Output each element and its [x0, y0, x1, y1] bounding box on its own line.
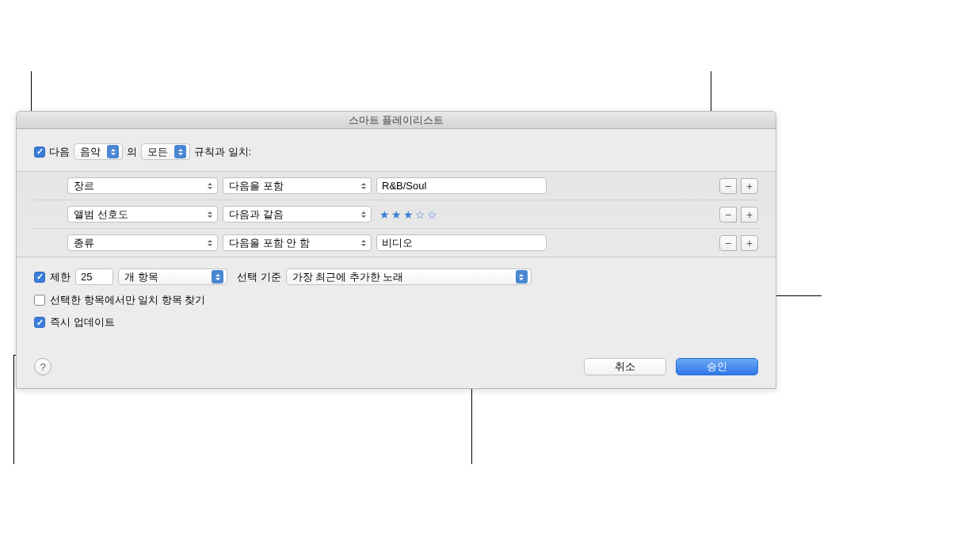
rule-operator-value: 다음과 같음 — [229, 207, 284, 222]
select-by-value: 가장 최근에 추가한 노래 — [292, 270, 404, 284]
match-mode-popup[interactable]: 모든 — [141, 143, 190, 160]
only-checked-label: 선택한 항목에서만 일치 항목 찾기 — [50, 293, 205, 307]
chevron-updown-icon — [174, 145, 186, 158]
match-mode-value: 모든 — [147, 145, 168, 159]
star-icon: ★ — [379, 208, 390, 221]
add-rule-button[interactable]: + — [741, 235, 758, 251]
only-checked-checkbox[interactable] — [34, 295, 45, 306]
media-type-popup[interactable]: 음악 — [74, 143, 123, 160]
star-icon: ★ — [403, 208, 414, 221]
add-rule-button[interactable]: + — [741, 207, 758, 223]
rule-value-input[interactable] — [376, 234, 547, 251]
rule-rating-stars[interactable]: ★ ★ ★ ☆ ☆ — [376, 208, 547, 221]
remove-rule-button[interactable]: − — [719, 207, 737, 223]
chevron-updown-icon — [357, 207, 369, 221]
star-outline-icon: ☆ — [415, 208, 425, 221]
live-update-label: 즉시 업데이트 — [50, 315, 115, 329]
match-prefix-label: 다음 — [49, 145, 70, 159]
rule-value-input[interactable] — [376, 177, 547, 194]
rule-field-popup[interactable]: 종류 — [67, 234, 218, 251]
dialog-title: 스마트 플레이리스트 — [349, 113, 444, 128]
chevron-updown-icon — [357, 179, 369, 192]
rule-row: 종류 다음을 포함 안 함 − + — [34, 229, 758, 257]
match-suffix-label: 규칙과 일치: — [194, 145, 251, 159]
rule-operator-popup[interactable]: 다음과 같음 — [223, 206, 372, 223]
rules-list: 장르 다음을 포함 − + 앨범 선호도 — [17, 171, 776, 257]
callout-line — [13, 355, 14, 464]
rule-field-value: 종류 — [74, 236, 94, 250]
limit-value-input[interactable] — [75, 268, 113, 285]
smart-playlist-dialog: 스마트 플레이리스트 다음 음악 의 모든 규칙과 일치: — [16, 111, 776, 389]
ok-button[interactable]: 승인 — [676, 358, 758, 375]
star-outline-icon: ☆ — [427, 208, 437, 221]
dialog-content: 다음 음악 의 모든 규칙과 일치: 장르 — [17, 129, 776, 388]
chevron-updown-icon — [357, 236, 369, 249]
chevron-updown-icon — [204, 179, 215, 192]
chevron-updown-icon — [516, 270, 528, 284]
limit-row: 제한 개 항목 선택 기준 가장 최근에 추가한 노래 — [34, 268, 758, 285]
live-update-checkbox[interactable] — [34, 317, 45, 328]
rule-row: 앨범 선호도 다음과 같음 ★ ★ ★ ☆ ☆ − — [34, 200, 758, 229]
remove-rule-button[interactable]: − — [719, 235, 737, 251]
limit-checkbox[interactable] — [34, 272, 45, 283]
rule-operator-value: 다음을 포함 — [229, 179, 284, 193]
chevron-updown-icon — [212, 270, 223, 284]
select-by-popup[interactable]: 가장 최근에 추가한 노래 — [286, 268, 532, 285]
cancel-button[interactable]: 취소 — [584, 358, 666, 375]
rule-operator-value: 다음을 포함 안 함 — [229, 236, 310, 250]
add-rule-button[interactable]: + — [741, 178, 758, 194]
limit-label: 제한 — [50, 270, 71, 284]
select-by-label: 선택 기준 — [237, 270, 281, 284]
limit-unit-value: 개 항목 — [124, 270, 158, 284]
chevron-updown-icon — [107, 145, 119, 158]
rule-field-popup[interactable]: 앨범 선호도 — [67, 206, 218, 223]
rule-field-value: 앨범 선호도 — [74, 207, 128, 222]
match-checkbox[interactable] — [34, 147, 45, 158]
chevron-updown-icon — [204, 236, 215, 249]
dialog-button-row: ? 취소 승인 — [34, 358, 758, 375]
rule-field-popup[interactable]: 장르 — [67, 177, 218, 194]
rule-operator-popup[interactable]: 다음을 포함 안 함 — [223, 234, 372, 251]
chevron-updown-icon — [204, 207, 215, 221]
rule-field-value: 장르 — [74, 179, 94, 193]
dialog-titlebar: 스마트 플레이리스트 — [17, 112, 776, 129]
match-joiner-label: 의 — [127, 145, 137, 159]
live-update-row: 즉시 업데이트 — [34, 315, 758, 329]
remove-rule-button[interactable]: − — [719, 178, 737, 194]
match-rules-row: 다음 음악 의 모든 규칙과 일치: — [34, 143, 758, 160]
help-button[interactable]: ? — [34, 358, 51, 375]
star-icon: ★ — [391, 208, 402, 221]
only-checked-row: 선택한 항목에서만 일치 항목 찾기 — [34, 293, 758, 307]
rule-operator-popup[interactable]: 다음을 포함 — [223, 177, 372, 194]
rule-row: 장르 다음을 포함 − + — [34, 172, 758, 200]
limit-unit-popup[interactable]: 개 항목 — [118, 268, 227, 285]
media-type-value: 음악 — [80, 145, 101, 159]
